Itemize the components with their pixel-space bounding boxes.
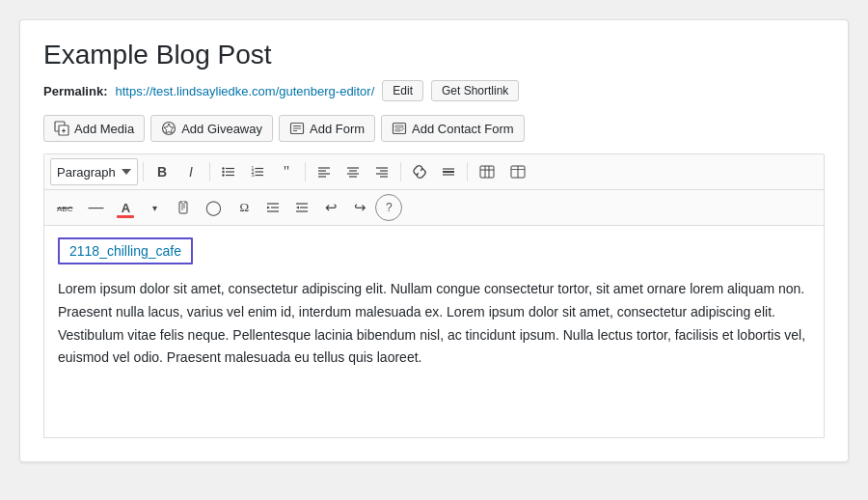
dash-button[interactable]: — (81, 194, 110, 221)
media-toolbar: Add Media Add Giveaway Add Form (43, 115, 825, 142)
help-button[interactable]: ? (375, 194, 402, 221)
add-form-button[interactable]: Add Form (279, 115, 375, 142)
toolbar-separator-3 (305, 162, 306, 181)
add-giveaway-icon (161, 121, 176, 136)
editor-content-area[interactable]: 2118_chilling_cafe Lorem ipsum dolor sit… (43, 226, 825, 438)
blockquote-button[interactable]: " (273, 158, 300, 185)
align-left-button[interactable] (311, 158, 338, 185)
table-button[interactable] (473, 158, 502, 185)
align-center-button[interactable] (339, 158, 366, 185)
svg-rect-11 (395, 129, 400, 131)
horizontal-rule-button[interactable] (435, 158, 462, 185)
edit-permalink-button[interactable]: Edit (382, 80, 423, 101)
text-color-button[interactable]: A (112, 194, 139, 221)
toolbar-separator-4 (400, 162, 401, 181)
add-contact-form-label: Add Contact Form (412, 122, 514, 136)
clear-format-button[interactable]: ◯ (199, 194, 229, 221)
add-media-icon (54, 121, 69, 136)
redo-button[interactable]: ↪ (346, 194, 373, 221)
toolbar-separator-2 (209, 162, 210, 181)
permalink-url[interactable]: https://test.lindsayliedke.com/gutenberg… (115, 84, 374, 98)
svg-point-13 (222, 167, 224, 169)
svg-point-17 (222, 174, 224, 176)
add-form-icon (289, 121, 305, 136)
toolbar-separator-5 (467, 162, 468, 181)
svg-point-15 (222, 171, 224, 173)
editor-container: Example Blog Post Permalink: https://tes… (19, 19, 849, 462)
strikethrough-button[interactable]: abc (50, 194, 79, 221)
svg-line-12 (401, 128, 404, 131)
format-toolbar: Paragraph B I 1. 2. (43, 153, 825, 226)
get-shortlink-button[interactable]: Get Shortlink (431, 80, 519, 101)
add-form-label: Add Form (310, 122, 365, 136)
columns-button[interactable] (503, 158, 532, 185)
permalink-label: Permalink: (43, 84, 107, 98)
indent-button[interactable] (259, 194, 286, 221)
bold-button[interactable]: B (149, 158, 176, 185)
lorem-ipsum-text[interactable]: Lorem ipsum dolor sit amet, consectetur … (58, 278, 810, 370)
post-slug: 2118_chilling_cafe (58, 237, 193, 264)
align-right-button[interactable] (368, 158, 395, 185)
special-char-button[interactable]: Ω (231, 194, 258, 221)
add-contact-form-button[interactable]: Add Contact Form (381, 115, 525, 142)
format-row-1: Paragraph B I 1. 2. (44, 154, 824, 190)
add-contact-form-icon (392, 121, 407, 136)
permalink-row: Permalink: https://test.lindsayliedke.co… (43, 80, 825, 101)
unordered-list-button[interactable] (215, 158, 242, 185)
format-row-2: abc — A ▾ ◯ Ω (44, 190, 824, 226)
ordered-list-button[interactable]: 1. 2. 3. (244, 158, 271, 185)
outdent-button[interactable] (288, 194, 315, 221)
paste-as-text-button[interactable] (170, 194, 197, 221)
toolbar-separator-1 (143, 162, 144, 181)
add-media-button[interactable]: Add Media (43, 115, 145, 142)
svg-rect-10 (395, 125, 403, 127)
svg-text:3.: 3. (252, 172, 256, 178)
text-color-dropdown[interactable]: ▾ (141, 194, 168, 221)
svg-rect-48 (181, 201, 185, 204)
svg-rect-40 (480, 166, 494, 178)
undo-button[interactable]: ↩ (317, 194, 344, 221)
paragraph-select[interactable]: Paragraph (50, 158, 138, 185)
add-media-label: Add Media (74, 122, 134, 136)
link-button[interactable] (406, 158, 433, 185)
add-giveaway-button[interactable]: Add Giveaway (150, 115, 273, 142)
italic-button[interactable]: I (177, 158, 204, 185)
post-title[interactable]: Example Blog Post (43, 40, 825, 70)
add-giveaway-label: Add Giveaway (181, 122, 262, 136)
